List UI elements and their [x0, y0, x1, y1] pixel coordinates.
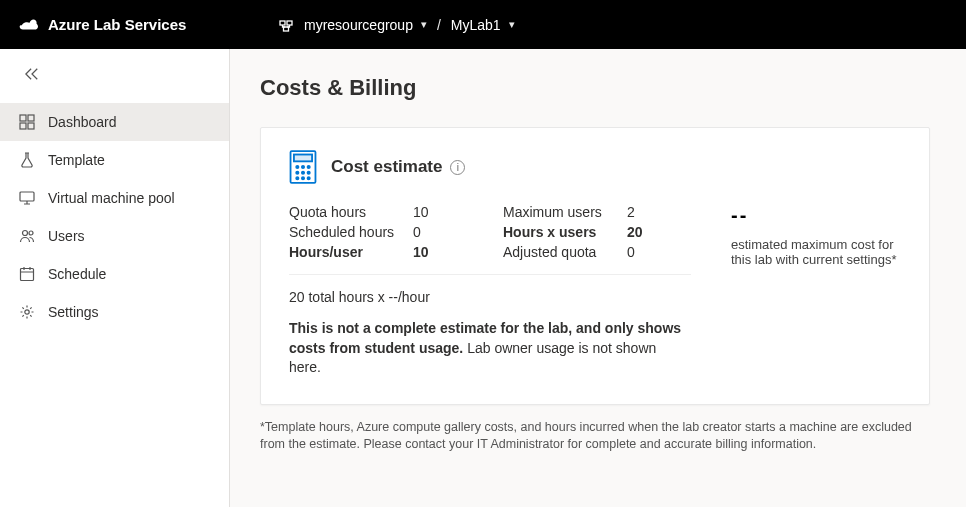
metrics-section: Quota hours 10 Scheduled hours 0 Hours/u… — [289, 204, 691, 378]
collapse-sidebar-button[interactable] — [20, 67, 44, 85]
sidebar-item-users[interactable]: Users — [0, 217, 229, 255]
breadcrumb-lab[interactable]: MyLab1 ▾ — [451, 17, 515, 33]
page-title: Costs & Billing — [260, 75, 930, 101]
metric-adjusted-quota: Adjusted quota 0 — [503, 244, 657, 260]
chevron-down-icon: ▾ — [421, 18, 427, 31]
disclaimer-text: This is not a complete estimate for the … — [289, 319, 689, 378]
svg-rect-5 — [20, 123, 26, 129]
svg-rect-6 — [28, 123, 34, 129]
estimate-value: -- — [731, 204, 901, 227]
calendar-icon — [18, 265, 36, 283]
svg-rect-3 — [20, 115, 26, 121]
brand[interactable]: Azure Lab Services — [16, 14, 266, 36]
sidebar-item-label: Dashboard — [48, 114, 117, 130]
svg-point-19 — [302, 172, 304, 174]
main-content: Costs & Billing Cost estimate i Quota ho… — [230, 49, 966, 507]
monitor-icon — [18, 189, 36, 207]
info-icon[interactable]: i — [450, 160, 465, 175]
svg-point-18 — [296, 172, 298, 174]
svg-point-16 — [302, 166, 304, 168]
metric-scheduled-hours: Scheduled hours 0 — [289, 224, 443, 240]
resource-group-icon — [278, 17, 294, 33]
breadcrumb: myresourcegroup ▾ / MyLab1 ▾ — [278, 17, 515, 33]
svg-point-20 — [308, 172, 310, 174]
top-bar: Azure Lab Services myresourcegroup ▾ / M… — [0, 0, 966, 49]
sidebar-item-label: Virtual machine pool — [48, 190, 175, 206]
users-icon — [18, 227, 36, 245]
estimate-caption: estimated maximum cost for this lab with… — [731, 237, 901, 267]
sidebar-item-settings[interactable]: Settings — [0, 293, 229, 331]
svg-rect-10 — [21, 269, 34, 281]
svg-point-17 — [308, 166, 310, 168]
chevron-down-icon: ▾ — [509, 18, 515, 31]
sidebar: Dashboard Template Virtual machine pool … — [0, 49, 230, 507]
metric-max-users: Maximum users 2 — [503, 204, 657, 220]
flask-icon — [18, 151, 36, 169]
metric-hours-x-users: Hours x users 20 — [503, 224, 657, 240]
svg-point-9 — [29, 231, 33, 235]
azure-labs-logo-icon — [16, 14, 38, 36]
footnote: *Template hours, Azure compute gallery c… — [260, 419, 930, 454]
svg-rect-13 — [294, 155, 312, 162]
sidebar-item-template[interactable]: Template — [0, 141, 229, 179]
rate-line: 20 total hours x --/hour — [289, 289, 691, 305]
breadcrumb-resource-group[interactable]: myresourcegroup ▾ — [304, 17, 427, 33]
svg-point-22 — [302, 177, 304, 179]
sidebar-item-label: Schedule — [48, 266, 106, 282]
metric-hours-per-user: Hours/user 10 — [289, 244, 443, 260]
sidebar-item-dashboard[interactable]: Dashboard — [0, 103, 229, 141]
cost-estimate-card: Cost estimate i Quota hours 10 Scheduled — [260, 127, 930, 405]
sidebar-item-schedule[interactable]: Schedule — [0, 255, 229, 293]
svg-point-21 — [296, 177, 298, 179]
sidebar-item-label: Users — [48, 228, 85, 244]
calculator-icon — [289, 150, 317, 184]
card-title: Cost estimate i — [331, 157, 465, 177]
svg-point-15 — [296, 166, 298, 168]
metric-quota-hours: Quota hours 10 — [289, 204, 443, 220]
svg-point-8 — [23, 231, 28, 236]
svg-rect-4 — [28, 115, 34, 121]
svg-rect-0 — [280, 21, 285, 25]
dashboard-icon — [18, 113, 36, 131]
sidebar-item-vm-pool[interactable]: Virtual machine pool — [0, 179, 229, 217]
svg-point-23 — [308, 177, 310, 179]
svg-point-11 — [25, 310, 29, 314]
sidebar-item-label: Template — [48, 152, 105, 168]
sidebar-item-label: Settings — [48, 304, 99, 320]
svg-rect-7 — [20, 192, 34, 201]
svg-rect-1 — [287, 21, 292, 25]
breadcrumb-separator: / — [437, 17, 441, 33]
brand-label: Azure Lab Services — [48, 16, 186, 33]
estimate-summary: -- estimated maximum cost for this lab w… — [731, 204, 901, 378]
gear-icon — [18, 303, 36, 321]
